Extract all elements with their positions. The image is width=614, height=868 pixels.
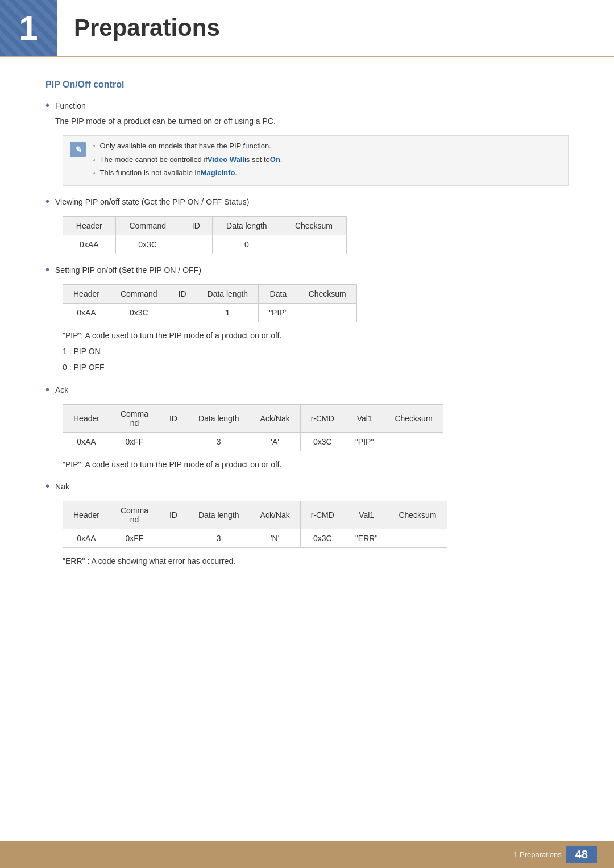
table3-col-checksum: Checksum	[384, 404, 443, 432]
table1-cell-header: 0xAA	[63, 235, 116, 254]
table3-row-1: 0xAA 0xFF 3 'A' 0x3C "PIP"	[63, 432, 443, 451]
table4-col-rcmd: r-CMD	[300, 501, 345, 529]
table4-cell-datalength: 3	[188, 529, 250, 548]
pip-note2: "PIP": A code used to turn the PIP mode …	[63, 458, 569, 471]
page-header: 1 Preparations	[0, 0, 614, 57]
note-box: ✎ Only available on models that have the…	[63, 135, 569, 186]
table3-cell-id	[159, 432, 188, 451]
table4-cell-rcmd: 0x3C	[300, 529, 345, 548]
note-icon: ✎	[70, 142, 86, 157]
table3-col-acknak: Ack/Nak	[250, 404, 300, 432]
table2-cell-datalength: 1	[197, 303, 259, 322]
bullet-viewing: • Viewing PIP on/off state (Get the PIP …	[45, 196, 569, 208]
table3-cell-command: 0xFF	[110, 432, 159, 451]
table2-col-header: Header	[63, 284, 110, 303]
table4-header-row: Header Command ID Data length Ack/Nak r-…	[63, 501, 447, 529]
bullet-dot-1: •	[45, 99, 49, 112]
table2-col-id: ID	[168, 284, 197, 303]
table4-cell-header: 0xAA	[63, 529, 110, 548]
pip-note1: "PIP": A code used to turn the PIP mode …	[63, 329, 569, 342]
bullet-nak: • Nak	[45, 481, 569, 493]
table4-wrapper: Header Command ID Data length Ack/Nak r-…	[63, 501, 569, 548]
note-on: On	[270, 154, 280, 165]
note-list: Only available on models that have the P…	[93, 140, 282, 181]
chapter-title: Preparations	[74, 14, 220, 41]
table4-col-command: Command	[110, 501, 159, 529]
table2-row-1: 0xAA 0x3C 1 "PIP"	[63, 303, 357, 322]
table2-col-command: Command	[110, 284, 168, 303]
table2: Header Command ID Data length Data Check…	[63, 284, 357, 322]
table1-cell-id	[180, 235, 212, 254]
table1-cell-checksum	[281, 235, 346, 254]
note-item-2: The mode cannot be controlled if Video W…	[93, 154, 282, 165]
table4-cell-id	[159, 529, 188, 548]
table2-cell-id	[168, 303, 197, 322]
table1-cell-command: 0x3C	[115, 235, 180, 254]
table4-col-checksum: Checksum	[388, 501, 447, 529]
table1-col-datalength: Data length	[212, 216, 281, 235]
table2-col-datalength: Data length	[197, 284, 259, 303]
note-item-3: This function is not available in MagicI…	[93, 167, 282, 178]
table3-cell-checksum	[384, 432, 443, 451]
bullet-dot-4: •	[45, 383, 49, 396]
table1-row-1: 0xAA 0x3C 0	[63, 235, 347, 254]
table4-col-acknak: Ack/Nak	[250, 501, 300, 529]
note-magicinfo: MagicInfo	[201, 167, 235, 178]
table4-row-1: 0xAA 0xFF 3 'N' 0x3C "ERR"	[63, 529, 447, 548]
table4: Header Command ID Data length Ack/Nak r-…	[63, 501, 447, 548]
table4-cell-val1: "ERR"	[345, 529, 388, 548]
table4-cell-acknak: 'N'	[250, 529, 300, 548]
table3-cell-header: 0xAA	[63, 432, 110, 451]
table3-wrapper: Header Command ID Data length Ack/Nak r-…	[63, 404, 569, 451]
section-heading: PIP On/Off control	[45, 80, 569, 90]
table4-col-header: Header	[63, 501, 110, 529]
table3-cell-acknak: 'A'	[250, 432, 300, 451]
table4-col-datalength: Data length	[188, 501, 250, 529]
table3: Header Command ID Data length Ack/Nak r-…	[63, 404, 443, 451]
bullet-ack-label: Ack	[55, 384, 68, 396]
bullet-viewing-label: Viewing PIP on/off state (Get the PIP ON…	[55, 196, 249, 208]
table4-col-val1: Val1	[345, 501, 388, 529]
chapter-number: 1	[19, 9, 38, 48]
table1-col-command: Command	[115, 216, 180, 235]
table3-cell-val1: "PIP"	[345, 432, 384, 451]
table3-col-id: ID	[159, 404, 188, 432]
table2-cell-command: 0x3C	[110, 303, 168, 322]
bullet-ack: • Ack	[45, 384, 569, 396]
table3-header-row: Header Command ID Data length Ack/Nak r-…	[63, 404, 443, 432]
pip-on: 1 : PIP ON	[63, 345, 569, 358]
table3-cell-datalength: 3	[188, 432, 250, 451]
table4-cell-checksum	[388, 529, 447, 548]
table4-col-id: ID	[159, 501, 188, 529]
bullet-setting-label: Setting PIP on/off (Set the PIP ON / OFF…	[55, 264, 201, 276]
chapter-title-area: Preparations	[57, 0, 614, 56]
table1-col-id: ID	[180, 216, 212, 235]
bullet-dot-2: •	[45, 195, 49, 208]
main-content: PIP On/Off control • Function The PIP mo…	[0, 57, 614, 616]
table2-header-row: Header Command ID Data length Data Check…	[63, 284, 357, 303]
bullet-function-label: Function	[55, 100, 276, 112]
table2-wrapper: Header Command ID Data length Data Check…	[63, 284, 569, 322]
bullet-function-text: The PIP mode of a product can be turned …	[55, 115, 276, 127]
table1-col-header: Header	[63, 216, 116, 235]
table3-col-rcmd: r-CMD	[300, 404, 345, 432]
bullet-dot-5: •	[45, 480, 49, 493]
table1-wrapper: Header Command ID Data length Checksum 0…	[63, 216, 569, 254]
footer-text: 1 Preparations	[513, 850, 562, 859]
table1-col-checksum: Checksum	[281, 216, 346, 235]
page-footer: 1 Preparations 48	[0, 841, 614, 868]
table3-col-val1: Val1	[345, 404, 384, 432]
pip-off: 0 : PIP OFF	[63, 361, 569, 373]
table4-cell-command: 0xFF	[110, 529, 159, 548]
bullet-setting: • Setting PIP on/off (Set the PIP ON / O…	[45, 264, 569, 276]
table3-cell-rcmd: 0x3C	[300, 432, 345, 451]
bullet-nak-label: Nak	[55, 481, 69, 493]
chapter-number-box: 1	[0, 0, 57, 56]
err-note: "ERR" : A code showing what error has oc…	[63, 555, 569, 567]
footer-page: 48	[566, 846, 597, 863]
table2-cell-header: 0xAA	[63, 303, 110, 322]
bullet-dot-3: •	[45, 263, 49, 276]
table1: Header Command ID Data length Checksum 0…	[63, 216, 347, 254]
table2-cell-data: "PIP"	[259, 303, 298, 322]
table2-cell-checksum	[298, 303, 356, 322]
